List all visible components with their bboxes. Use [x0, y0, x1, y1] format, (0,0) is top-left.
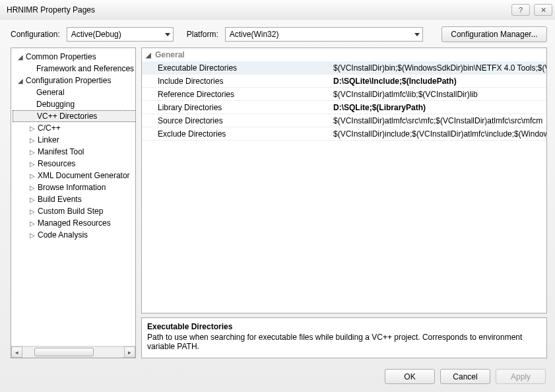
grid-value[interactable]: $(VCInstallDir)include;$(VCInstallDir)at… [333, 129, 546, 139]
configuration-manager-button[interactable]: Configuration Manager... [441, 26, 547, 42]
grid-value[interactable]: D:\SQLite;$(LibraryPath) [333, 103, 546, 112]
grid-row[interactable]: Library DirectoriesD:\SQLite;$(LibraryPa… [142, 101, 546, 114]
property-grid[interactable]: ◢ General Executable Directories$(VCInst… [141, 48, 547, 313]
grid-value[interactable]: $(VCInstallDir)atlmfc\src\mfc;$(VCInstal… [333, 116, 546, 125]
grid-value[interactable]: $(VCInstallDir)bin;$(WindowsSdkDir)bin\N… [333, 63, 546, 73]
grid-key: Include Directories [142, 77, 333, 86]
tree-configuration-properties[interactable]: ◢Configuration Properties [13, 75, 136, 86]
tree-xml-doc-gen[interactable]: ▷XML Document Generator [13, 170, 136, 181]
right-panel: ◢ General Executable Directories$(VCInst… [141, 48, 547, 358]
collapse-icon: ◢ [16, 53, 24, 61]
tree-label: Code Analysis [38, 230, 88, 240]
tree-debugging[interactable]: Debugging [13, 98, 136, 110]
tree-label: Common Properties [26, 52, 96, 61]
collapse-icon: ◢ [16, 77, 24, 84]
tree-label: Browse Information [38, 183, 106, 192]
tree-vcpp-directories[interactable]: VC++ Directories [13, 110, 136, 122]
tree-framework-references[interactable]: Framework and References [13, 63, 136, 75]
expand-icon: ▷ [28, 184, 36, 191]
expand-icon: ▷ [28, 220, 36, 227]
question-icon: ? [519, 6, 523, 14]
tree-label: VC++ Directories [37, 112, 97, 121]
tree-label: Linker [38, 135, 59, 145]
tree-h-scrollbar[interactable]: ◂ ▸ [11, 346, 135, 358]
tree-common-properties[interactable]: ◢Common Properties [13, 51, 136, 63]
platform-value: Active(Win32) [230, 30, 279, 39]
configuration-combo[interactable]: Active(Debug) [67, 27, 174, 42]
tree-label: C/C++ [38, 123, 61, 133]
platform-label: Platform: [187, 30, 218, 39]
tree-general[interactable]: General [13, 86, 136, 98]
tree-label: Resources [38, 159, 75, 168]
titlebar-buttons: ? ✕ [511, 4, 552, 16]
dialog-buttons: OK Cancel Apply [0, 364, 555, 392]
tree-label: XML Document Generator [38, 171, 130, 180]
ok-button[interactable]: OK [385, 369, 435, 384]
tree-code-analysis[interactable]: ▷Code Analysis [13, 229, 136, 241]
property-pages-window: HRNIMR Property Pages ? ✕ Configuration:… [0, 0, 555, 392]
expand-icon: ▷ [28, 148, 36, 156]
grid-group-label: General [155, 50, 185, 59]
grid-row[interactable]: Include DirectoriesD:\SQLite\Include;$(I… [142, 75, 546, 88]
tree-linker[interactable]: ▷Linker [13, 134, 136, 146]
grid-value[interactable]: $(VCInstallDir)atlmfc\lib;$(VCInstallDir… [333, 90, 546, 99]
tree-build-events[interactable]: ▷Build Events [13, 193, 136, 205]
tree-label: Debugging [36, 100, 75, 109]
expand-icon: ▷ [28, 208, 36, 215]
grid-group-general[interactable]: ◢ General [142, 48, 546, 61]
config-row: Configuration: Active(Debug) Platform: A… [0, 20, 555, 46]
platform-combo[interactable]: Active(Win32) [225, 27, 423, 42]
cancel-label: Cancel [453, 372, 477, 381]
tree-manifest-tool[interactable]: ▷Manifest Tool [13, 146, 136, 158]
scroll-right-icon[interactable]: ▸ [124, 346, 135, 358]
expand-icon: ▷ [28, 196, 36, 203]
apply-button[interactable]: Apply [496, 369, 546, 384]
tree-label: Configuration Properties [26, 76, 111, 85]
tree-label: Managed Resources [38, 218, 111, 228]
titlebar: HRNIMR Property Pages ? ✕ [0, 0, 555, 20]
collapse-icon: ◢ [145, 51, 152, 59]
tree-resources[interactable]: ▷Resources [13, 158, 136, 170]
tree-label: Build Events [38, 195, 82, 204]
scroll-track[interactable] [22, 346, 124, 358]
expand-icon: ▷ [28, 232, 36, 239]
tree-label: Manifest Tool [38, 147, 84, 156]
configuration-manager-label: Configuration Manager... [451, 30, 537, 39]
expand-icon: ▷ [28, 137, 36, 144]
tree-ccpp[interactable]: ▷C/C++ [13, 122, 136, 134]
tree-label: Custom Build Step [38, 207, 103, 216]
cancel-button[interactable]: Cancel [440, 369, 490, 384]
expand-icon: ▷ [28, 125, 36, 132]
body-area: ◢Common Properties Framework and Referen… [0, 46, 555, 364]
close-icon: ✕ [540, 6, 546, 15]
window-title: HRNIMR Property Pages [7, 5, 95, 15]
grid-key: Library Directories [142, 103, 333, 112]
grid-key: Exclude Directories [142, 129, 333, 139]
tree-label: General [36, 88, 65, 97]
scroll-thumb[interactable] [34, 348, 94, 356]
chevron-down-icon [414, 33, 420, 36]
grid-key: Executable Directories [142, 63, 333, 73]
tree-browse-info[interactable]: ▷Browse Information [13, 181, 136, 193]
expand-icon: ▷ [28, 160, 36, 168]
description-text: Path to use when searching for executabl… [147, 333, 541, 351]
configuration-value: Active(Debug) [71, 30, 121, 39]
grid-row[interactable]: Exclude Directories$(VCInstallDir)includ… [142, 127, 546, 141]
grid-row[interactable]: Source Directories$(VCInstallDir)atlmfc\… [142, 114, 546, 127]
close-button[interactable]: ✕ [534, 4, 552, 16]
grid-key: Source Directories [142, 116, 333, 125]
scroll-left-icon[interactable]: ◂ [11, 346, 22, 358]
help-button[interactable]: ? [511, 4, 530, 16]
grid-value[interactable]: D:\SQLite\Include;$(IncludePath) [333, 77, 546, 86]
apply-label: Apply [511, 372, 531, 381]
grid-row[interactable]: Reference Directories$(VCInstallDir)atlm… [142, 88, 546, 101]
configuration-label: Configuration: [11, 30, 60, 39]
description-heading: Executable Directories [147, 322, 541, 331]
grid-row[interactable]: Executable Directories$(VCInstallDir)bin… [142, 61, 546, 75]
description-box: Executable Directories Path to use when … [141, 317, 547, 358]
tree-custom-build-step[interactable]: ▷Custom Build Step [13, 205, 136, 217]
tree-managed-resources[interactable]: ▷Managed Resources [13, 217, 136, 229]
tree-panel[interactable]: ◢Common Properties Framework and Referen… [11, 48, 136, 358]
expand-icon: ▷ [28, 172, 36, 180]
tree-label: Framework and References [36, 64, 134, 73]
